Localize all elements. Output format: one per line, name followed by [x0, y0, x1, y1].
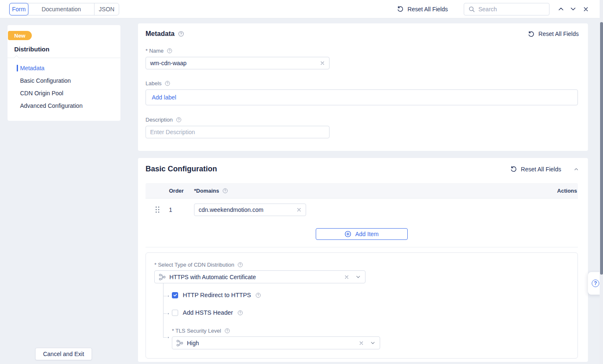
- close-icon[interactable]: [580, 5, 591, 14]
- http-redirect-label: HTTP Redirect to HTTPS: [183, 292, 251, 298]
- actions-column-header: Actions: [546, 188, 578, 194]
- description-field: [146, 126, 330, 138]
- description-label-text: Description: [146, 117, 173, 123]
- drag-handle-icon[interactable]: [146, 206, 169, 213]
- sidebar-divider: [8, 58, 120, 58]
- cdn-type-group-box: * Select Type of CDN Distribution HTTPS …: [146, 252, 578, 359]
- tls-level-label-text: * TLS Security Level: [172, 328, 221, 334]
- sidebar-item-advanced-configuration[interactable]: Advanced Configuration: [8, 99, 120, 112]
- clear-icon[interactable]: [320, 61, 325, 66]
- sidebar-item-basic-configuration[interactable]: Basic Configuration: [8, 74, 120, 87]
- status-badge-new: New: [8, 31, 32, 40]
- help-icon[interactable]: [256, 293, 261, 298]
- domains-column-header: *Domains: [194, 188, 546, 194]
- search-icon: [468, 6, 475, 13]
- basic-config-reset-all-fields-button[interactable]: Reset All Fields: [510, 165, 561, 173]
- basic-config-card-header: Basic Configuration Reset All Fields: [146, 165, 579, 173]
- hsts-label: Add HSTS Header: [183, 309, 233, 316]
- row-order-value: 1: [169, 206, 194, 213]
- add-item-button[interactable]: Add Item: [316, 228, 408, 240]
- topbar-right-controls: Reset All Fields: [397, 3, 591, 15]
- undo-reset-icon: [397, 5, 404, 13]
- description-field-label: Description: [146, 117, 181, 123]
- add-item-label: Add Item: [355, 231, 378, 237]
- add-item-row: Add Item: [146, 221, 578, 247]
- add-label-link[interactable]: Add label: [152, 94, 176, 101]
- hsts-row: Add HSTS Header: [172, 309, 243, 316]
- search-input[interactable]: [478, 6, 545, 13]
- tree-connector-dot: [168, 313, 169, 314]
- cdn-type-label-text: * Select Type of CDN Distribution: [154, 262, 234, 268]
- node-branch-icon: [159, 274, 166, 280]
- tree-connector-dot: [168, 337, 169, 338]
- basic-config-title-text: Basic Configuration: [146, 165, 217, 173]
- chevron-down-icon[interactable]: [355, 274, 361, 280]
- domain-field: [194, 204, 306, 216]
- http-redirect-checkbox[interactable]: [172, 292, 178, 298]
- http-redirect-row: HTTP Redirect to HTTPS: [172, 292, 261, 298]
- description-input[interactable]: [150, 129, 325, 135]
- domains-table: Order *Domains Actions 1: [146, 183, 578, 247]
- undo-reset-icon: [510, 165, 517, 173]
- view-tab-group: Form Documentation JSON: [9, 3, 119, 15]
- tree-connector-vertical: [163, 283, 164, 337]
- clear-icon[interactable]: [359, 341, 364, 346]
- help-icon[interactable]: [222, 188, 228, 193]
- clear-icon[interactable]: [344, 275, 349, 280]
- reset-all-fields-label: Reset All Fields: [408, 6, 448, 13]
- metadata-card-header: Metadata Reset All Fields: [146, 30, 579, 38]
- labels-container: Add label: [146, 89, 578, 105]
- search-prev-chevron-up-icon[interactable]: [555, 4, 567, 14]
- help-icon[interactable]: [178, 31, 184, 37]
- labels-field-label: Labels: [146, 80, 170, 87]
- tree-connector: [163, 296, 167, 296]
- plus-circle-icon: [345, 231, 351, 237]
- cdn-type-label: * Select Type of CDN Distribution: [154, 262, 243, 268]
- cancel-and-exit-button[interactable]: Cancel and Exit: [35, 348, 92, 360]
- search-next-chevron-down-icon[interactable]: [567, 4, 579, 14]
- tls-level-label: * TLS Security Level: [172, 328, 230, 334]
- basic-configuration-section-card: Basic Configuration Reset All Fields Ord…: [138, 158, 588, 362]
- sidebar-navigation-card: New Distribution Metadata Basic Configur…: [8, 25, 120, 121]
- node-branch-icon: [176, 340, 183, 346]
- basic-config-section-title: Basic Configuration: [146, 165, 217, 173]
- chevron-down-icon[interactable]: [370, 340, 376, 346]
- domain-input[interactable]: [199, 206, 293, 213]
- cdn-type-select[interactable]: HTTPS with Automatic Certificate: [154, 270, 365, 283]
- sidebar-nav: Metadata Basic Configuration CDN Origin …: [8, 62, 120, 112]
- tab-json[interactable]: JSON: [94, 3, 119, 15]
- search-box[interactable]: [464, 3, 549, 15]
- clear-icon[interactable]: [296, 207, 302, 212]
- reset-all-fields-button[interactable]: Reset All Fields: [397, 5, 448, 13]
- sidebar-item-cdn-origin-pool[interactable]: CDN Origin Pool: [8, 87, 120, 99]
- name-field: [146, 57, 330, 69]
- help-icon[interactable]: [238, 262, 243, 267]
- name-input[interactable]: [150, 60, 317, 66]
- table-row: 1: [146, 198, 578, 221]
- scrollbar-thumb[interactable]: [600, 22, 603, 275]
- name-field-label: * Name: [146, 48, 172, 54]
- tree-connector: [163, 337, 167, 338]
- help-icon[interactable]: [176, 117, 181, 122]
- collapse-chevron-up-icon[interactable]: [574, 167, 579, 172]
- metadata-reset-label: Reset All Fields: [539, 31, 579, 37]
- tab-documentation[interactable]: Documentation: [28, 3, 94, 15]
- help-icon[interactable]: [165, 81, 170, 86]
- sidebar-item-metadata[interactable]: Metadata: [8, 62, 120, 74]
- name-label-text: * Name: [146, 48, 164, 54]
- metadata-section-card: Metadata Reset All Fields * Name Labels: [138, 23, 588, 151]
- scrollbar-track[interactable]: [600, 0, 603, 364]
- basic-config-reset-label: Reset All Fields: [521, 166, 561, 173]
- help-icon[interactable]: [225, 328, 230, 333]
- help-icon: ?: [592, 280, 599, 287]
- help-icon[interactable]: [167, 48, 172, 53]
- metadata-reset-all-fields-button[interactable]: Reset All Fields: [528, 31, 579, 38]
- tab-form[interactable]: Form: [9, 3, 28, 15]
- tls-level-select[interactable]: High: [172, 336, 380, 349]
- undo-reset-icon: [528, 31, 535, 38]
- hsts-checkbox[interactable]: [172, 310, 178, 316]
- tree-connector: [163, 313, 167, 314]
- metadata-title-text: Metadata: [146, 30, 174, 38]
- tls-level-select-value: High: [187, 340, 355, 346]
- help-icon[interactable]: [238, 310, 243, 316]
